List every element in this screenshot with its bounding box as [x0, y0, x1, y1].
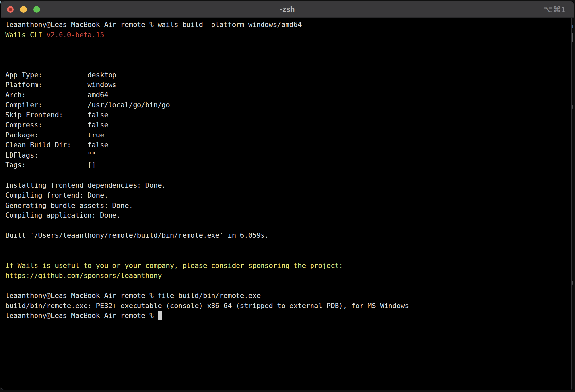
terminal-line: Compiler: /usr/local/go/bin/go — [5, 100, 571, 110]
terminal-line: Package: true — [5, 130, 571, 140]
close-button[interactable] — [7, 6, 14, 13]
terminal-line — [5, 50, 571, 60]
terminal-line: https://github.com/sponsors/leaanthony — [5, 271, 571, 281]
terminal-window: -zsh ⌥⌘1 leaanthony@Leas-MacBook-Air rem… — [1, 1, 574, 390]
terminal-line: Compiling frontend: Done. — [5, 190, 571, 201]
terminal-line — [5, 281, 571, 291]
terminal-line: LDFlags: "" — [5, 150, 571, 160]
terminal-line: Installing frontend dependencies: Done. — [5, 181, 571, 191]
terminal-line — [5, 40, 571, 50]
terminal-line: Wails CLI v2.0.0-beta.15 — [5, 30, 571, 40]
terminal-line: Clean Build Dir: false — [5, 140, 571, 150]
terminal-line: Tags: [] — [5, 160, 571, 170]
terminal-line: build/bin/remote.exe: PE32+ executable (… — [5, 301, 571, 311]
terminal-line: Skip Frontend: false — [5, 110, 571, 120]
terminal-line: leaanthony@Leas-MacBook-Air remote % — [5, 311, 571, 321]
titlebar[interactable]: -zsh ⌥⌘1 — [1, 1, 574, 18]
terminal-line — [5, 60, 571, 70]
terminal-line — [5, 170, 571, 181]
scrollbar-mark — [572, 33, 573, 42]
window-shortcut-badge: ⌥⌘1 — [543, 1, 566, 17]
terminal-line: Built '/Users/leaanthony/remote/build/bi… — [5, 231, 571, 241]
scrollbar-mark — [572, 281, 573, 285]
terminal-line: Compiling application: Done. — [5, 210, 571, 221]
terminal-line: leaanthony@Leas-MacBook-Air remote % wai… — [5, 20, 571, 30]
terminal-output[interactable]: leaanthony@Leas-MacBook-Air remote % wai… — [1, 18, 574, 390]
minimize-button[interactable] — [20, 6, 27, 13]
zoom-button[interactable] — [33, 6, 40, 13]
terminal-line: Platform: windows — [5, 80, 571, 90]
desktop-background: W -zsh ⌥⌘1 leaanthony@Leas-MacBook-Air r… — [0, 0, 575, 392]
terminal-line — [5, 251, 571, 261]
terminal-line: Arch: amd64 — [5, 90, 571, 100]
traffic-lights — [1, 1, 40, 17]
window-title: -zsh — [1, 5, 574, 14]
terminal-line: Generating bundle assets: Done. — [5, 201, 571, 211]
scrollbar-mark — [572, 25, 573, 28]
terminal-line: If Wails is useful to you or your compan… — [5, 261, 571, 271]
terminal-line: App Type: desktop — [5, 70, 571, 80]
terminal-line: leaanthony@Leas-MacBook-Air remote % fil… — [5, 291, 571, 301]
terminal-line — [5, 241, 571, 251]
terminal-line: Compress: false — [5, 120, 571, 130]
scrollbar-mark — [572, 105, 573, 109]
terminal-line — [5, 221, 571, 231]
terminal-cursor — [158, 311, 162, 320]
scrollbar[interactable] — [571, 18, 574, 390]
